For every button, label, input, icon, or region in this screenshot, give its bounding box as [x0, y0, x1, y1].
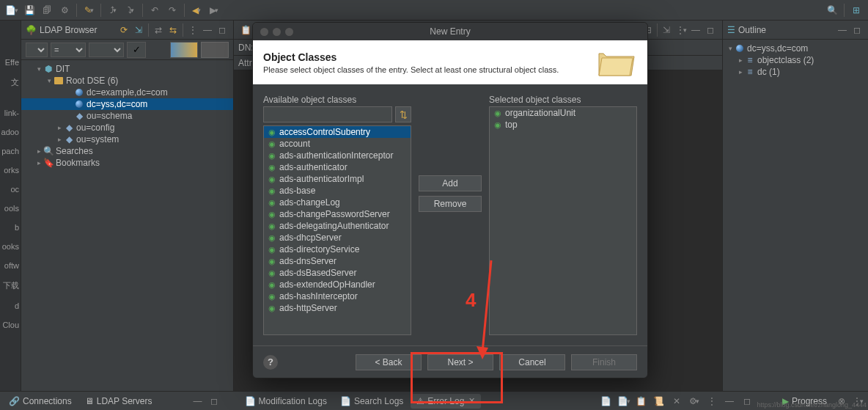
objectclass-item[interactable]: ◉accessControlSubentry [264, 126, 411, 138]
tree-row[interactable]: dc=yss,dc=com [21, 98, 233, 110]
objectclass-item[interactable]: ◉ads-dsBasedServer [264, 267, 411, 279]
strip-item[interactable]: ools [3, 199, 21, 218]
selected-listbox[interactable]: ◉organizationalUnit◉top [489, 106, 637, 335]
status-tab[interactable]: 🔗Connections [3, 394, 78, 409]
available-search-input[interactable] [263, 106, 392, 122]
redo-icon[interactable]: ↷ [165, 3, 180, 18]
strip-item[interactable]: Effe [4, 53, 21, 72]
strip-item[interactable] [18, 43, 21, 53]
close-tab-icon[interactable]: ✕ [468, 396, 475, 406]
back-button[interactable]: < Back [356, 354, 422, 370]
status-min-icon[interactable]: — [191, 394, 205, 409]
available-listbox[interactable]: ◉accessControlSubentry◉account◉ads-authe… [263, 125, 411, 335]
strip-item[interactable]: pach [0, 142, 21, 161]
log-icon-1[interactable]: 📄 [599, 394, 614, 409]
outline-min-icon[interactable]: — [836, 23, 849, 37]
objectclass-item[interactable]: ◉ads-extendedOpHandler [264, 279, 411, 290]
status-tab[interactable]: 📄Modification Logs [239, 394, 333, 409]
outline-max-icon[interactable]: ◻ [850, 23, 864, 37]
down-tree-icon[interactable]: ⤵▾ [123, 3, 138, 18]
filter-op-combo[interactable]: = [51, 43, 86, 57]
status-tab[interactable]: 🖥LDAP Servers [79, 394, 158, 409]
strip-item[interactable]: adoo [0, 122, 21, 142]
log-icon-2[interactable]: 📄▾ [617, 394, 631, 409]
objectclass-item[interactable]: ◉ads-dnsServer [264, 255, 411, 267]
log-filter-icon[interactable]: ⚙▾ [687, 394, 702, 409]
objectclass-item[interactable]: ◉ads-authenticator [264, 161, 411, 173]
strip-item[interactable]: orks [2, 161, 21, 180]
outline-row[interactable]: ▸≡objectclass (2) [723, 54, 868, 66]
objectclass-item[interactable]: ◉ads-directoryService [264, 244, 411, 255]
tree-row[interactable]: ▸◆ou=system [21, 133, 233, 145]
new-dropdown-icon[interactable]: 📄▾ [4, 3, 19, 18]
filter-gray-button[interactable] [201, 42, 229, 58]
entry-tab-icon[interactable]: 📋 [238, 23, 253, 37]
strip-item[interactable]: 下载 [1, 275, 21, 296]
objectclass-item[interactable]: ◉ads-httpServer [264, 302, 411, 314]
tree-row[interactable]: ▾Root DSE (6) [21, 75, 233, 87]
save-all-icon[interactable]: 🗐 [40, 3, 54, 18]
strip-item[interactable]: link- [3, 103, 21, 122]
status-tab[interactable]: ⚠Error Log✕ [411, 394, 481, 409]
log-max-icon[interactable]: ◻ [740, 394, 754, 409]
menu2-icon[interactable]: ⋮▾ [674, 23, 688, 37]
undo-icon[interactable]: ↶ [147, 3, 162, 18]
collapse-icon[interactable]: ⇲ [132, 23, 145, 37]
back-icon[interactable]: ◀▾ [189, 3, 204, 18]
cancel-button[interactable]: Cancel [499, 354, 565, 370]
search-icon[interactable]: 🔍 [825, 3, 839, 18]
link2-icon[interactable]: ⇆ [166, 23, 180, 37]
strip-item[interactable]: b [13, 218, 21, 237]
objectclass-item[interactable]: ◉ads-dhcpServer [264, 232, 411, 244]
strip-item[interactable] [18, 93, 21, 103]
maximize2-icon[interactable]: ◻ [703, 23, 718, 37]
search-go-button[interactable]: ⇅ [395, 106, 411, 122]
tree-row[interactable]: ◆ou=schema [21, 110, 233, 122]
strip-item[interactable]: d [13, 296, 21, 315]
strip-item[interactable]: ooks [1, 237, 21, 256]
remove-button[interactable]: Remove [419, 196, 482, 212]
close-window-icon[interactable] [260, 28, 268, 36]
objectclass-item[interactable]: ◉ads-hashInterceptor [264, 290, 411, 302]
objectclass-item[interactable]: ◉ads-changeLog [264, 197, 411, 208]
strip-item[interactable]: Clou [1, 315, 21, 334]
forward-icon[interactable]: ▶▾ [207, 3, 221, 18]
tree-row[interactable]: ▸🔖Bookmarks [21, 157, 233, 169]
maximize-icon[interactable]: ◻ [216, 23, 229, 37]
minimize-window-icon[interactable] [273, 28, 281, 36]
strip-item[interactable]: 文 [10, 72, 21, 93]
dialog-titlebar[interactable]: New Entry [253, 23, 647, 40]
objectclass-item[interactable]: ◉account [264, 138, 411, 150]
filter-color-button[interactable] [170, 42, 198, 58]
outline-row[interactable]: ▸≡dc (1) [723, 66, 868, 78]
tree-row[interactable]: ▸◆ou=config [21, 122, 233, 133]
status-tab[interactable]: 📄Search Logs [334, 394, 409, 409]
save-icon[interactable]: 💾 [22, 3, 37, 18]
log-icon-4[interactable]: 📜 [652, 394, 666, 409]
objectclass-item[interactable]: ◉ads-authenticatorImpl [264, 173, 411, 185]
minimize2-icon[interactable]: — [688, 23, 703, 37]
objectclass-item[interactable]: ◉ads-delegatingAuthenticator [264, 220, 411, 232]
tree-row[interactable]: ▸🔍Searches [21, 145, 233, 157]
status-max-icon[interactable]: ◻ [207, 394, 221, 409]
log-icon-3[interactable]: 📋 [634, 394, 649, 409]
strip-item[interactable]: oc [9, 180, 21, 199]
add-button[interactable]: Add [419, 175, 482, 191]
objectclass-item[interactable]: ◉ads-base [264, 185, 411, 197]
objectclass-item[interactable]: ◉organizationalUnit [490, 107, 636, 119]
perspective-icon[interactable]: ⊞ [849, 3, 864, 18]
up-tree-icon[interactable]: ⤴▾ [106, 3, 120, 18]
help-icon[interactable]: ? [263, 355, 278, 370]
filter-attr-combo[interactable] [26, 43, 48, 57]
menu-icon[interactable]: ⋮ [186, 23, 199, 37]
minimize-icon[interactable]: — [201, 23, 214, 37]
expand-icon[interactable]: ⇲ [659, 23, 674, 37]
objectclass-item[interactable]: ◉ads-authenticationInterceptor [264, 150, 411, 161]
log-clear-icon[interactable]: ✕ [669, 394, 684, 409]
next-button[interactable]: Next > [427, 354, 493, 370]
tree-row[interactable]: ▾⬢DIT [21, 63, 233, 75]
zoom-window-icon[interactable] [285, 28, 293, 36]
log-menu-icon[interactable]: ⋮ [705, 394, 719, 409]
refresh-icon[interactable]: ⟳ [117, 23, 130, 37]
objectclass-item[interactable]: ◉top [490, 119, 636, 131]
